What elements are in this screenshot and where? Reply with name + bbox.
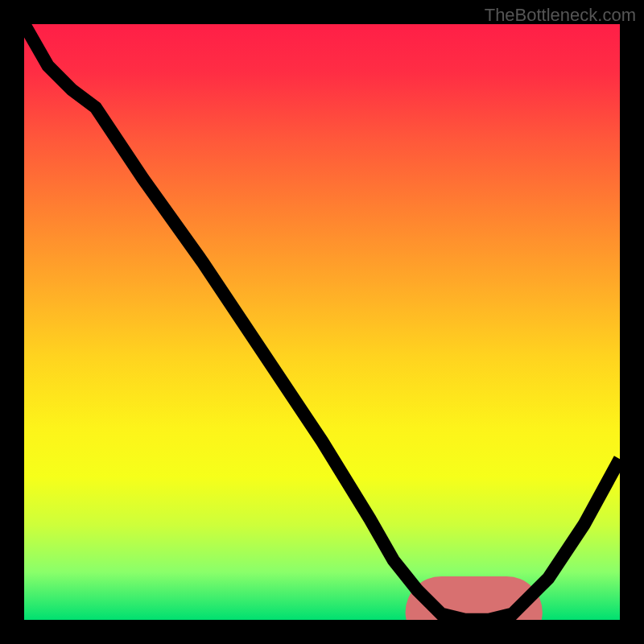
- watermark-text: TheBottleneck.com: [485, 5, 636, 26]
- bottleneck-curve: [24, 24, 620, 620]
- chart-plot-area: [24, 24, 620, 620]
- chart-svg: [24, 24, 620, 620]
